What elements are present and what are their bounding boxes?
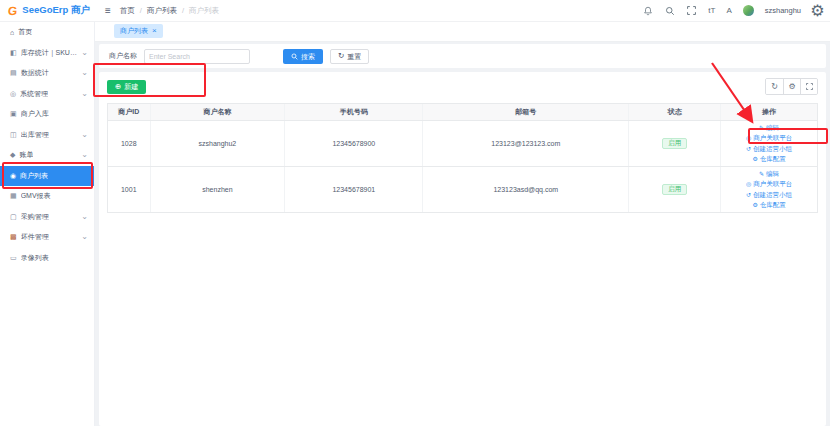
system-icon: ◎ — [10, 90, 16, 98]
breadcrumb-separator: / — [182, 6, 184, 15]
search-icon — [291, 53, 298, 60]
tab-bar: 商户列表 × — [95, 22, 830, 42]
bill-icon: ◆ — [10, 151, 15, 159]
merchant-list-icon: ◉ — [10, 172, 16, 180]
cell-actions: ✎ 编辑 ◎ 商户关联平台 ↺ 创建运营小组 — [721, 167, 817, 212]
user-avatar[interactable] — [743, 5, 754, 16]
warehouse-gear-icon: ⚙ — [752, 154, 757, 165]
table-fullscreen-icon[interactable] — [800, 79, 817, 94]
reset-button[interactable]: ↻ 重置 — [330, 49, 369, 64]
top-header: G SeeGoErp 商户 ≡ 首页 / 商户列表 / 商户列表 — [0, 0, 830, 22]
header-main: ≡ 首页 / 商户列表 / 商户列表 tT A — [95, 0, 830, 21]
settings-gear-icon[interactable]: ⚙ — [812, 5, 823, 16]
search-icon[interactable] — [664, 5, 675, 16]
header-merchant-name: 商户名称 — [151, 104, 286, 120]
cell-phone: 12345678901 — [285, 167, 423, 212]
cell-merchant-id: 1028 — [108, 121, 151, 166]
table-card: ⊕ 新建 ↻ ⚙ 商户ID — [99, 72, 826, 426]
header-email: 邮箱号 — [423, 104, 629, 120]
sidebar-item-purchase[interactable]: ▢ 采购管理 ⌄ — [0, 207, 94, 228]
username[interactable]: szshanghu — [765, 6, 801, 15]
filter-bar: 商户名称 搜索 ↻ 重置 — [99, 44, 826, 68]
status-badge: 启用 — [662, 184, 687, 196]
sidebar-item-video-list[interactable]: ▭ 录像列表 — [0, 248, 94, 269]
breadcrumb-separator: / — [140, 6, 142, 15]
link-icon: ◎ — [746, 133, 751, 144]
edit-icon: ✎ — [759, 123, 764, 134]
sidebar-item-damaged-parts[interactable]: ▩ 坏件管理 ⌄ — [0, 227, 94, 248]
search-button[interactable]: 搜索 — [283, 49, 323, 64]
gmv-report-icon: ▦ — [10, 192, 17, 200]
cell-merchant-name: shenzhen — [151, 167, 286, 212]
stats-icon: ▤ — [10, 69, 17, 77]
font-size-icon[interactable]: tT — [708, 7, 715, 15]
table-toolbar: ⊕ 新建 ↻ ⚙ — [107, 78, 818, 95]
notification-bell-icon[interactable] — [642, 5, 653, 16]
cell-merchant-id: 1001 — [108, 167, 151, 212]
tab-merchant-list[interactable]: 商户列表 × — [114, 24, 163, 38]
tab-close-icon[interactable]: × — [152, 27, 157, 35]
sidebar: ⌂ 首页 ◧ 库存统计｜SKU管理 ⌄ ▤ 数据统计 ⌄ ◎ 系统管理 ⌄ ▣ … — [0, 22, 95, 426]
chevron-down-icon: ⌄ — [81, 51, 88, 55]
chevron-down-icon: ⌄ — [81, 71, 88, 75]
header-status: 状态 — [629, 104, 721, 120]
chevron-down-icon: ⌄ — [81, 235, 88, 239]
damaged-parts-icon: ▩ — [10, 233, 17, 241]
team-icon: ↺ — [746, 144, 751, 155]
column-settings-gear-icon[interactable]: ⚙ — [783, 79, 800, 94]
breadcrumb-current: 商户列表 — [189, 6, 219, 16]
edit-link[interactable]: ✎ 编辑 — [759, 123, 779, 134]
sidebar-item-merchant-list[interactable]: ◉ 商户列表 — [0, 166, 94, 187]
breadcrumb: 首页 / 商户列表 / 商户列表 — [120, 6, 219, 16]
edit-icon: ✎ — [759, 169, 764, 180]
cell-status: 启用 — [629, 121, 721, 166]
sidebar-item-home[interactable]: ⌂ 首页 — [0, 22, 94, 43]
merchant-platform-link[interactable]: ◎ 商户关联平台 — [746, 179, 792, 190]
warehouse-config-link[interactable]: ⚙ 仓库配置 — [752, 200, 785, 211]
cell-status: 启用 — [629, 167, 721, 212]
home-icon: ⌂ — [10, 29, 14, 36]
header-actions: 操作 — [721, 104, 817, 120]
refresh-icon[interactable]: ↻ — [766, 79, 783, 94]
sidebar-item-bills[interactable]: ◆ 账单 ⌄ — [0, 145, 94, 166]
merchant-name-input[interactable] — [144, 49, 250, 64]
create-ops-team-link[interactable]: ↺ 创建运营小组 — [746, 144, 792, 155]
app-title: SeeGoErp 商户 — [22, 4, 90, 17]
brand-logo[interactable]: G SeeGoErp 商户 — [0, 0, 95, 21]
sidebar-collapse-icon[interactable]: ≡ — [105, 5, 111, 16]
table-header-row: 商户ID 商户名称 手机号码 邮箱号 状态 操作 — [108, 104, 817, 121]
create-button[interactable]: ⊕ 新建 — [107, 80, 146, 94]
sidebar-item-outbound[interactable]: ◫ 出库管理 ⌄ — [0, 125, 94, 146]
purchase-icon: ▢ — [10, 213, 17, 221]
sidebar-item-system[interactable]: ◎ 系统管理 ⌄ — [0, 84, 94, 105]
create-ops-team-link[interactable]: ↺ 创建运营小组 — [746, 190, 792, 201]
sidebar-item-inventory-sku[interactable]: ◧ 库存统计｜SKU管理 ⌄ — [0, 43, 94, 64]
sidebar-item-data-stats[interactable]: ▤ 数据统计 ⌄ — [0, 63, 94, 84]
inventory-icon: ◧ — [10, 49, 17, 57]
plus-icon: ⊕ — [115, 83, 121, 91]
team-icon: ↺ — [746, 190, 751, 201]
language-switch-icon[interactable]: A — [726, 7, 731, 15]
merchant-table: 商户ID 商户名称 手机号码 邮箱号 状态 操作 1028 szshanghu2… — [107, 103, 818, 213]
cell-email: 123123@123123.com — [423, 121, 629, 166]
breadcrumb-merchant-list[interactable]: 商户列表 — [147, 6, 177, 16]
header-merchant-id: 商户ID — [108, 104, 151, 120]
cell-email: 123123asd@qq.com — [423, 167, 629, 212]
table-row: 1001 shenzhen 12345678901 123123asd@qq.c… — [108, 167, 817, 213]
video-icon: ▭ — [10, 254, 17, 262]
fullscreen-icon[interactable] — [686, 5, 697, 16]
cell-merchant-name: szshanghu2 — [151, 121, 286, 166]
breadcrumb-home[interactable]: 首页 — [120, 6, 135, 16]
inbound-icon: ▣ — [10, 110, 17, 118]
warehouse-gear-icon: ⚙ — [752, 200, 757, 211]
edit-link[interactable]: ✎ 编辑 — [759, 169, 779, 180]
sidebar-item-merchant-inbound[interactable]: ▣ 商户入库 — [0, 104, 94, 125]
sidebar-item-gmv-report[interactable]: ▦ GMV报表 — [0, 186, 94, 207]
warehouse-config-link[interactable]: ⚙ 仓库配置 — [752, 154, 785, 165]
app-window: G SeeGoErp 商户 ≡ 首页 / 商户列表 / 商户列表 — [0, 0, 830, 426]
cell-phone: 12345678900 — [285, 121, 423, 166]
header-actions: tT A szshanghu ⚙ — [642, 5, 823, 16]
status-badge: 启用 — [662, 138, 687, 150]
chevron-down-icon: ⌄ — [81, 92, 88, 96]
merchant-platform-link[interactable]: ◎ 商户关联平台 — [746, 133, 792, 144]
